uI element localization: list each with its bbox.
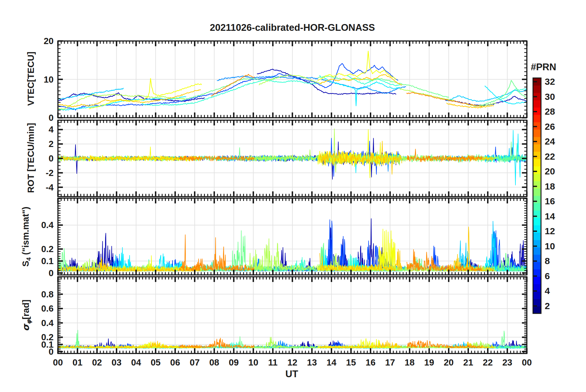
xtick-label: 10 [248,357,258,367]
ytick-labels-rot: -4-2024 [46,125,54,192]
colorbar-step [533,291,541,299]
ytick-labels-s4: 00.10.20.4 [41,220,54,278]
series-line-prn-14 [142,80,316,105]
xtick-label: 16 [366,357,376,367]
xtick-label: 13 [307,357,317,367]
xtick-label: 18 [405,357,414,367]
chart-title: 20211026-calibrated-HOR-GLONASS [169,22,416,33]
ytick-labels-vtec: 01020 [44,36,54,123]
xtick-label: 23 [502,357,512,367]
ylabel-sigma: σφ[rad] [21,257,33,374]
ytick-label: 0.2 [41,244,54,254]
colorbar-tick-label: 12 [545,226,555,236]
xtick-label: 12 [287,357,297,367]
ytick-label: 0.4 [41,220,54,230]
ytick-label: -4 [46,182,54,192]
ytick-label: 0.2 [41,332,54,342]
colorbar-step [533,100,541,108]
colorbar-tick-label: 18 [545,181,555,191]
colorbar-step [533,115,541,122]
series-line-prn-12 [58,97,186,110]
colorbar-step [533,181,541,188]
gridlines-sigma [58,277,527,353]
gridlines-vtec [58,41,527,118]
ytick-label: 0.4 [41,318,54,328]
ytick-label: 0.8 [41,289,54,299]
xtick-label: 11 [268,357,278,367]
colorbar-step [533,203,541,210]
xtick-label: 15 [346,357,356,367]
colorbar-step [533,232,541,240]
figure: 01020-4-202400.10.20.400.10.20.40.60.800… [0,0,586,392]
series-line-prn-20 [318,129,396,178]
colorbar-step [533,159,541,166]
colorbar-tick-label: 10 [545,241,555,251]
xtick-label: 03 [112,357,121,367]
colorbar-step [533,174,541,181]
colorbar-step [533,122,541,129]
xtick-label: 22 [483,357,493,367]
xtick-label: 21 [463,357,473,367]
xtick-label: 19 [424,357,434,367]
colorbar-tick-label: 8 [545,256,550,266]
ytick-label: 10 [44,75,54,84]
xtick-label: 14 [327,357,336,367]
ytick-label: 20 [44,36,54,46]
colorbar-tick-label: 28 [545,106,555,116]
colorbar-tick-label: 4 [545,286,550,296]
colorbar-tick-label: 30 [545,92,555,102]
colorbar-step [533,152,541,159]
ytick-label: -2 [46,168,54,178]
xtick-label: 09 [229,357,239,367]
xtick-label: 07 [190,357,200,367]
xtick-label: 01 [72,357,82,367]
chart-canvas: 01020-4-202400.10.20.400.10.20.40.60.800… [0,0,586,392]
colorbar-tick-label: 2 [545,301,550,311]
colorbar-title: #PRN [519,62,568,73]
ytick-label: 0 [49,153,54,163]
ytick-labels-sigma: 00.10.20.40.60.8 [41,289,54,357]
sigma-subscript: φ [25,320,32,324]
colorbar-tick-label: 22 [545,151,555,161]
colorbar-step [533,299,541,306]
xtick-label: 02 [92,357,102,367]
ytick-label: 0.1 [41,256,54,266]
xtick-label: 00 [522,357,532,367]
colorbar-step [533,144,541,152]
colorbar-tick-label: 6 [545,271,550,281]
colorbar-step [533,306,541,313]
colorbar-step [533,166,541,174]
colorbar-tick-label: 14 [545,211,555,221]
xtick-label: 17 [385,357,395,367]
colorbar-tick-label: 16 [545,196,555,206]
ytick-label: 4 [49,125,54,134]
xtick-label: 00 [53,357,63,367]
ytick-label: 0 [49,268,54,278]
colorbar-step [533,129,541,137]
colorbar-tick-label: 32 [545,76,555,87]
colorbar-step [533,196,541,203]
xtick-label: 05 [151,357,161,367]
colorbar: 2468101214161820222426283032 [533,76,555,313]
xtick-label: 04 [131,357,141,367]
sigma-suffix: [rad] [21,300,31,319]
xtick-label: 06 [170,357,180,367]
series-line-prn-16 [58,330,83,348]
sigma-symbol: σ [21,324,31,331]
xtick-label: 20 [444,357,454,367]
colorbar-step [533,188,541,196]
ytick-label: 0.6 [41,304,54,313]
xlabel-ut: UT [273,369,310,380]
colorbar-tick-label: 26 [545,121,555,132]
colorbar-step [533,277,541,284]
colorbar-step [533,218,541,225]
colorbar-tick-label: 24 [545,136,555,146]
ytick-label: 0 [49,113,54,123]
xtick-label: 08 [209,357,219,367]
ytick-label: 2 [49,139,54,149]
xtick-labels: 0001020304050607080910111213141516171819… [53,357,532,367]
colorbar-step [533,137,541,144]
colorbar-step [533,247,541,255]
colorbar-step [533,85,541,93]
series-line-prn-18 [247,239,322,271]
